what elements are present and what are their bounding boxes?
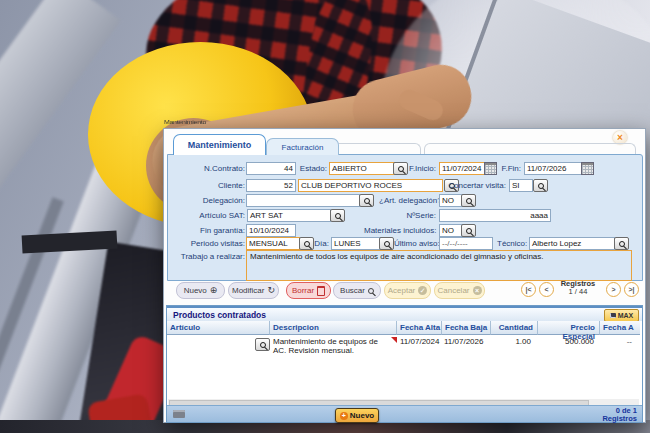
- ladder-beam-icon: [0, 0, 121, 263]
- articulo-sat-lookup-button[interactable]: [330, 209, 345, 222]
- estado-field[interactable]: ABIERTO: [329, 162, 395, 175]
- row-lookup-button[interactable]: [255, 338, 270, 351]
- n-serie-field[interactable]: aaaa: [439, 209, 551, 222]
- cliente-code-field[interactable]: 52: [246, 179, 296, 192]
- trabajo-textarea[interactable]: Mantenimiento de todos los equipos de ai…: [246, 250, 632, 281]
- search-icon: [466, 198, 472, 204]
- close-icon: ×: [617, 132, 623, 143]
- cancelar-label: Cancelar: [437, 286, 469, 295]
- column-header-cantidad[interactable]: Cantidad: [491, 321, 538, 335]
- cell-fecha-alta: 11/07/2024: [400, 337, 439, 346]
- dia-field[interactable]: LUNES: [331, 237, 381, 250]
- search-icon: [364, 198, 370, 204]
- f-fin-calendar-icon[interactable]: [581, 162, 594, 175]
- column-header-fecha-alta[interactable]: Fecha Alta: [397, 321, 442, 335]
- buscar-label: Buscar: [340, 286, 365, 295]
- search-icon: [384, 241, 390, 247]
- estado-label: Estado:: [294, 164, 327, 173]
- periodo-visitas-lookup-button[interactable]: [299, 237, 314, 250]
- search-icon: [260, 342, 266, 348]
- plus-icon: +: [340, 412, 348, 420]
- next-record-button[interactable]: >: [606, 282, 621, 297]
- refresh-icon: ↻: [267, 286, 275, 295]
- art-delegacion-field[interactable]: NO: [439, 194, 463, 207]
- cell-fecha-a: --: [600, 337, 632, 346]
- delegacion-lookup-button[interactable]: [359, 194, 374, 207]
- borrar-label: Borrar: [292, 286, 314, 295]
- tecnico-lookup-button[interactable]: [614, 237, 629, 250]
- n-contrato-field[interactable]: 44: [246, 162, 296, 175]
- last-record-button[interactable]: >|: [624, 282, 639, 297]
- periodo-visitas-label: Periodo visitas:: [174, 239, 245, 248]
- f-fin-field[interactable]: 11/07/2026: [524, 162, 583, 175]
- art-delegacion-lookup-button[interactable]: [461, 194, 476, 207]
- records-count: 1 / 44: [557, 288, 599, 296]
- keyboard-icon[interactable]: [173, 410, 185, 418]
- materiales-incluidos-field[interactable]: NO: [439, 224, 463, 237]
- nuevo-button[interactable]: Nuevo ⊕: [176, 282, 225, 299]
- delegacion-field[interactable]: [246, 194, 360, 207]
- materiales-incluidos-lookup-button[interactable]: [461, 224, 476, 237]
- footer-bar: + Nuevo 0 de 1 Registros: [167, 405, 642, 422]
- max-label: MAX: [618, 312, 634, 319]
- trabajo-label: Trabajo a realizar:: [174, 252, 245, 261]
- window-outer-title: Mantenimiento: [164, 119, 206, 125]
- n-serie-label: NºSerie:: [394, 211, 436, 220]
- footer-registros-label: Registros: [602, 415, 637, 423]
- cliente-label: Cliente:: [174, 181, 245, 190]
- concertar-visita-lookup-button[interactable]: [533, 179, 548, 192]
- modificar-label: Modificar: [232, 286, 264, 295]
- column-header-fecha-a[interactable]: Fecha A: [600, 321, 640, 335]
- estado-lookup-button[interactable]: [393, 162, 408, 175]
- cancelar-button[interactable]: Cancelar ×: [434, 282, 485, 299]
- f-fin-label: F.Fin:: [500, 164, 521, 173]
- tecnico-field[interactable]: Alberto Lopez: [529, 237, 615, 250]
- column-header-descripcion[interactable]: Descripcion: [270, 321, 397, 335]
- search-icon: [466, 228, 472, 234]
- screenshot-stage: Mantenimiento × Mantenimiento Facturació…: [0, 0, 650, 433]
- products-title: Productos contratados: [173, 310, 266, 320]
- check-icon: ✓: [418, 286, 427, 295]
- concertar-visita-field[interactable]: SI: [509, 179, 533, 192]
- column-header-articulo[interactable]: Artículo: [167, 321, 270, 335]
- tecnico-label: Técnico:: [497, 239, 525, 248]
- cell-precio-especial: 500.000: [538, 337, 594, 346]
- search-icon: [304, 241, 310, 247]
- borrar-button[interactable]: Borrar: [286, 282, 331, 299]
- f-inicio-calendar-icon[interactable]: [484, 162, 497, 175]
- trash-icon: [317, 286, 325, 296]
- ultimo-aviso-field[interactable]: --/--/----: [439, 237, 493, 250]
- materiales-incluidos-label: Materiales incluidos:: [364, 226, 436, 235]
- column-header-precio-especial[interactable]: Precio Especial: [538, 321, 600, 335]
- plus-icon: ⊕: [210, 286, 218, 295]
- column-header-fecha-baja[interactable]: Fecha Baja: [442, 321, 491, 335]
- footer-record-counter: 0 de 1 Registros: [602, 407, 637, 422]
- footer-nuevo-button[interactable]: + Nuevo: [335, 408, 379, 423]
- f-inicio-field[interactable]: 11/07/2024: [439, 162, 487, 175]
- red-strap-lower: [87, 393, 153, 433]
- modificar-button[interactable]: Modificar ↻: [228, 282, 279, 299]
- prev-record-button[interactable]: <: [539, 282, 554, 297]
- buscar-button[interactable]: Buscar: [333, 282, 381, 299]
- search-icon: [398, 166, 404, 172]
- worker-thumb: [396, 87, 446, 124]
- ladder-rail-icon: [0, 150, 157, 433]
- ladder-rail-thin-icon: [0, 197, 64, 433]
- n-contrato-label: N.Contrato:: [174, 164, 245, 173]
- search-icon: [619, 241, 625, 247]
- products-section: Productos contratados MAX Artículo Descr…: [166, 305, 643, 423]
- aceptar-button[interactable]: Aceptar ✓: [384, 282, 431, 299]
- note-marker-icon: [391, 337, 397, 343]
- tab-facturacion[interactable]: Facturación: [266, 138, 339, 155]
- fin-garantia-field[interactable]: 10/10/2024: [246, 224, 296, 237]
- dia-lookup-button[interactable]: [379, 237, 394, 250]
- articulo-sat-field[interactable]: ART SAT: [247, 209, 331, 222]
- periodo-visitas-field[interactable]: MENSUAL: [246, 237, 300, 250]
- search-icon: [368, 288, 374, 294]
- first-record-button[interactable]: |<: [521, 282, 536, 297]
- aceptar-label: Aceptar: [388, 286, 416, 295]
- tab-mantenimiento[interactable]: Mantenimiento: [173, 134, 266, 155]
- cancel-icon: ×: [473, 286, 482, 295]
- cliente-name-field[interactable]: CLUB DEPORTIVO ROCES: [298, 179, 443, 192]
- app-window: × Mantenimiento Facturación N.Contrato: …: [163, 128, 646, 423]
